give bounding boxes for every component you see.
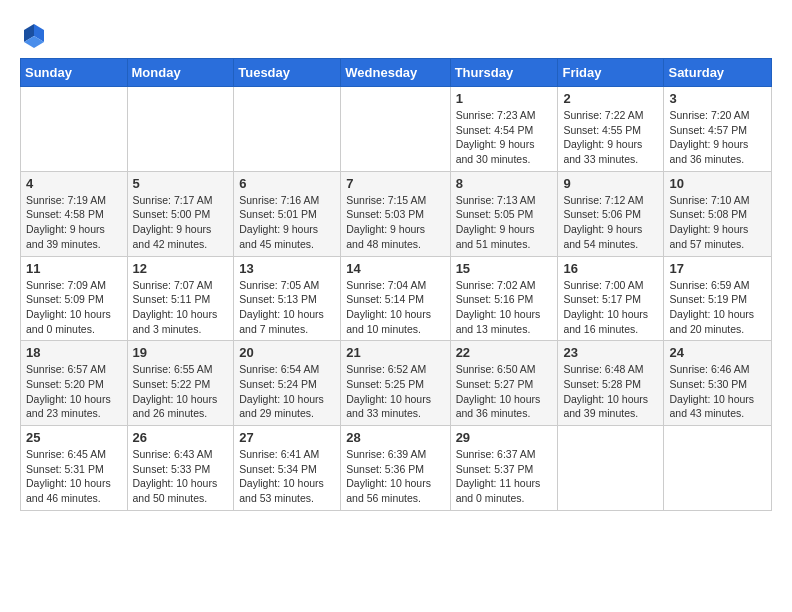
calendar-cell <box>127 87 234 172</box>
day-info: Sunrise: 7:05 AMSunset: 5:13 PMDaylight:… <box>239 278 335 337</box>
day-number: 19 <box>133 345 229 360</box>
day-number: 5 <box>133 176 229 191</box>
day-number: 22 <box>456 345 553 360</box>
day-info: Sunrise: 7:19 AMSunset: 4:58 PMDaylight:… <box>26 193 122 252</box>
day-info: Sunrise: 7:16 AMSunset: 5:01 PMDaylight:… <box>239 193 335 252</box>
calendar-cell <box>558 426 664 511</box>
calendar-week-row: 25Sunrise: 6:45 AMSunset: 5:31 PMDayligh… <box>21 426 772 511</box>
day-info: Sunrise: 6:37 AMSunset: 5:37 PMDaylight:… <box>456 447 553 506</box>
calendar-cell: 16Sunrise: 7:00 AMSunset: 5:17 PMDayligh… <box>558 256 664 341</box>
weekday-header: Tuesday <box>234 59 341 87</box>
calendar-week-row: 1Sunrise: 7:23 AMSunset: 4:54 PMDaylight… <box>21 87 772 172</box>
day-number: 9 <box>563 176 658 191</box>
day-info: Sunrise: 7:20 AMSunset: 4:57 PMDaylight:… <box>669 108 766 167</box>
weekday-header: Friday <box>558 59 664 87</box>
calendar-cell: 29Sunrise: 6:37 AMSunset: 5:37 PMDayligh… <box>450 426 558 511</box>
day-number: 12 <box>133 261 229 276</box>
day-info: Sunrise: 7:13 AMSunset: 5:05 PMDaylight:… <box>456 193 553 252</box>
day-number: 28 <box>346 430 444 445</box>
calendar-cell: 9Sunrise: 7:12 AMSunset: 5:06 PMDaylight… <box>558 171 664 256</box>
day-info: Sunrise: 6:41 AMSunset: 5:34 PMDaylight:… <box>239 447 335 506</box>
logo-icon <box>20 20 48 48</box>
day-number: 26 <box>133 430 229 445</box>
day-info: Sunrise: 7:17 AMSunset: 5:00 PMDaylight:… <box>133 193 229 252</box>
day-number: 15 <box>456 261 553 276</box>
calendar-cell: 8Sunrise: 7:13 AMSunset: 5:05 PMDaylight… <box>450 171 558 256</box>
calendar-cell <box>664 426 772 511</box>
day-info: Sunrise: 6:50 AMSunset: 5:27 PMDaylight:… <box>456 362 553 421</box>
day-number: 24 <box>669 345 766 360</box>
day-info: Sunrise: 6:43 AMSunset: 5:33 PMDaylight:… <box>133 447 229 506</box>
calendar-cell: 13Sunrise: 7:05 AMSunset: 5:13 PMDayligh… <box>234 256 341 341</box>
calendar-cell: 5Sunrise: 7:17 AMSunset: 5:00 PMDaylight… <box>127 171 234 256</box>
calendar-cell <box>234 87 341 172</box>
day-info: Sunrise: 6:59 AMSunset: 5:19 PMDaylight:… <box>669 278 766 337</box>
day-number: 1 <box>456 91 553 106</box>
calendar-cell: 17Sunrise: 6:59 AMSunset: 5:19 PMDayligh… <box>664 256 772 341</box>
weekday-header: Saturday <box>664 59 772 87</box>
day-info: Sunrise: 7:00 AMSunset: 5:17 PMDaylight:… <box>563 278 658 337</box>
calendar-cell: 25Sunrise: 6:45 AMSunset: 5:31 PMDayligh… <box>21 426 128 511</box>
weekday-header: Monday <box>127 59 234 87</box>
day-info: Sunrise: 6:46 AMSunset: 5:30 PMDaylight:… <box>669 362 766 421</box>
calendar-week-row: 11Sunrise: 7:09 AMSunset: 5:09 PMDayligh… <box>21 256 772 341</box>
calendar-cell: 18Sunrise: 6:57 AMSunset: 5:20 PMDayligh… <box>21 341 128 426</box>
day-info: Sunrise: 6:57 AMSunset: 5:20 PMDaylight:… <box>26 362 122 421</box>
weekday-header: Sunday <box>21 59 128 87</box>
day-info: Sunrise: 6:52 AMSunset: 5:25 PMDaylight:… <box>346 362 444 421</box>
calendar-cell: 3Sunrise: 7:20 AMSunset: 4:57 PMDaylight… <box>664 87 772 172</box>
day-number: 14 <box>346 261 444 276</box>
calendar-cell: 12Sunrise: 7:07 AMSunset: 5:11 PMDayligh… <box>127 256 234 341</box>
day-number: 20 <box>239 345 335 360</box>
header <box>20 16 772 48</box>
day-number: 21 <box>346 345 444 360</box>
day-number: 6 <box>239 176 335 191</box>
day-number: 4 <box>26 176 122 191</box>
day-info: Sunrise: 7:15 AMSunset: 5:03 PMDaylight:… <box>346 193 444 252</box>
calendar-cell: 24Sunrise: 6:46 AMSunset: 5:30 PMDayligh… <box>664 341 772 426</box>
calendar-cell <box>341 87 450 172</box>
day-info: Sunrise: 6:39 AMSunset: 5:36 PMDaylight:… <box>346 447 444 506</box>
day-number: 13 <box>239 261 335 276</box>
calendar-cell: 19Sunrise: 6:55 AMSunset: 5:22 PMDayligh… <box>127 341 234 426</box>
day-number: 18 <box>26 345 122 360</box>
calendar-cell: 23Sunrise: 6:48 AMSunset: 5:28 PMDayligh… <box>558 341 664 426</box>
day-number: 23 <box>563 345 658 360</box>
calendar-cell: 11Sunrise: 7:09 AMSunset: 5:09 PMDayligh… <box>21 256 128 341</box>
day-info: Sunrise: 7:22 AMSunset: 4:55 PMDaylight:… <box>563 108 658 167</box>
calendar-week-row: 18Sunrise: 6:57 AMSunset: 5:20 PMDayligh… <box>21 341 772 426</box>
calendar: SundayMondayTuesdayWednesdayThursdayFrid… <box>20 58 772 511</box>
day-number: 3 <box>669 91 766 106</box>
weekday-header: Wednesday <box>341 59 450 87</box>
day-info: Sunrise: 7:12 AMSunset: 5:06 PMDaylight:… <box>563 193 658 252</box>
calendar-cell: 15Sunrise: 7:02 AMSunset: 5:16 PMDayligh… <box>450 256 558 341</box>
calendar-cell: 10Sunrise: 7:10 AMSunset: 5:08 PMDayligh… <box>664 171 772 256</box>
day-info: Sunrise: 7:02 AMSunset: 5:16 PMDaylight:… <box>456 278 553 337</box>
logo <box>20 20 52 48</box>
day-info: Sunrise: 6:45 AMSunset: 5:31 PMDaylight:… <box>26 447 122 506</box>
day-number: 10 <box>669 176 766 191</box>
calendar-cell: 6Sunrise: 7:16 AMSunset: 5:01 PMDaylight… <box>234 171 341 256</box>
calendar-cell <box>21 87 128 172</box>
day-info: Sunrise: 6:48 AMSunset: 5:28 PMDaylight:… <box>563 362 658 421</box>
weekday-header: Thursday <box>450 59 558 87</box>
day-info: Sunrise: 6:55 AMSunset: 5:22 PMDaylight:… <box>133 362 229 421</box>
calendar-cell: 7Sunrise: 7:15 AMSunset: 5:03 PMDaylight… <box>341 171 450 256</box>
calendar-cell: 26Sunrise: 6:43 AMSunset: 5:33 PMDayligh… <box>127 426 234 511</box>
day-info: Sunrise: 7:09 AMSunset: 5:09 PMDaylight:… <box>26 278 122 337</box>
day-info: Sunrise: 6:54 AMSunset: 5:24 PMDaylight:… <box>239 362 335 421</box>
day-number: 17 <box>669 261 766 276</box>
day-number: 29 <box>456 430 553 445</box>
day-number: 16 <box>563 261 658 276</box>
calendar-cell: 1Sunrise: 7:23 AMSunset: 4:54 PMDaylight… <box>450 87 558 172</box>
day-info: Sunrise: 7:04 AMSunset: 5:14 PMDaylight:… <box>346 278 444 337</box>
calendar-cell: 22Sunrise: 6:50 AMSunset: 5:27 PMDayligh… <box>450 341 558 426</box>
day-number: 27 <box>239 430 335 445</box>
calendar-cell: 14Sunrise: 7:04 AMSunset: 5:14 PMDayligh… <box>341 256 450 341</box>
day-number: 7 <box>346 176 444 191</box>
calendar-week-row: 4Sunrise: 7:19 AMSunset: 4:58 PMDaylight… <box>21 171 772 256</box>
calendar-cell: 2Sunrise: 7:22 AMSunset: 4:55 PMDaylight… <box>558 87 664 172</box>
calendar-cell: 4Sunrise: 7:19 AMSunset: 4:58 PMDaylight… <box>21 171 128 256</box>
calendar-cell: 27Sunrise: 6:41 AMSunset: 5:34 PMDayligh… <box>234 426 341 511</box>
calendar-cell: 28Sunrise: 6:39 AMSunset: 5:36 PMDayligh… <box>341 426 450 511</box>
